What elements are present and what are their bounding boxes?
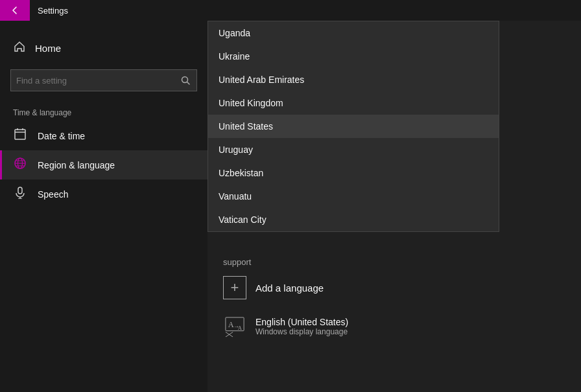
svg-text:A: A bbox=[238, 325, 243, 331]
svg-rect-2 bbox=[15, 130, 25, 139]
content-area: Uganda Ukraine United Arab Emirates Unit… bbox=[208, 21, 581, 392]
sidebar-item-date-time[interactable]: Date & time bbox=[0, 121, 208, 150]
dropdown-item-uk[interactable]: United Kingdom bbox=[208, 91, 499, 115]
speech-label: Speech bbox=[38, 189, 68, 200]
main-layout: Home Time & language bbox=[0, 21, 581, 392]
language-sub: Windows display language bbox=[255, 327, 348, 336]
dropdown-item-uzbekistan[interactable]: Uzbekistan bbox=[208, 161, 499, 185]
sidebar: Home Time & language bbox=[0, 21, 208, 392]
title-bar: Settings bbox=[0, 0, 581, 21]
speech-icon bbox=[13, 186, 27, 202]
date-time-label: Date & time bbox=[38, 131, 85, 141]
dropdown-item-uruguay[interactable]: Uruguay bbox=[208, 138, 499, 161]
language-name: English (United States) bbox=[255, 317, 348, 327]
sidebar-item-speech[interactable]: Speech bbox=[0, 179, 208, 209]
language-entry[interactable]: A → A English (United States) Windows di… bbox=[223, 315, 565, 338]
region-language-label: Region & language bbox=[38, 160, 115, 170]
add-language-label: Add a language bbox=[255, 282, 324, 294]
sidebar-home[interactable]: Home bbox=[0, 34, 208, 63]
country-dropdown[interactable]: Uganda Ukraine United Arab Emirates Unit… bbox=[208, 21, 499, 232]
date-time-icon bbox=[13, 128, 27, 144]
dropdown-item-us[interactable]: United States bbox=[208, 115, 499, 138]
search-icon[interactable] bbox=[174, 69, 196, 91]
search-input[interactable] bbox=[11, 70, 174, 91]
dropdown-item-vanuatu[interactable]: Vanuatu bbox=[208, 185, 499, 208]
region-language-icon bbox=[13, 157, 27, 173]
section-header: Time & language bbox=[0, 102, 208, 121]
language-info: English (United States) Windows display … bbox=[255, 317, 348, 336]
window-title: Settings bbox=[30, 6, 68, 16]
plus-icon: + bbox=[223, 276, 246, 299]
content-below-dropdown: support + Add a language A → A bbox=[208, 264, 581, 338]
add-language-button[interactable]: + Add a language bbox=[223, 276, 565, 299]
svg-line-1 bbox=[187, 82, 190, 85]
dropdown-item-uae[interactable]: United Arab Emirates bbox=[208, 68, 499, 91]
language-icon: A → A bbox=[223, 315, 246, 338]
search-box bbox=[10, 69, 197, 91]
home-icon bbox=[13, 40, 26, 56]
svg-rect-11 bbox=[18, 187, 22, 194]
dropdown-item-ukraine[interactable]: Ukraine bbox=[208, 45, 499, 68]
search-container bbox=[0, 63, 208, 102]
dropdown-item-uganda[interactable]: Uganda bbox=[208, 21, 499, 45]
sidebar-item-region-language[interactable]: Region & language bbox=[0, 150, 208, 179]
support-text: support bbox=[223, 257, 565, 267]
dropdown-item-vatican[interactable]: Vatican City bbox=[208, 208, 499, 231]
home-label: Home bbox=[35, 43, 61, 54]
back-button[interactable] bbox=[0, 0, 30, 21]
